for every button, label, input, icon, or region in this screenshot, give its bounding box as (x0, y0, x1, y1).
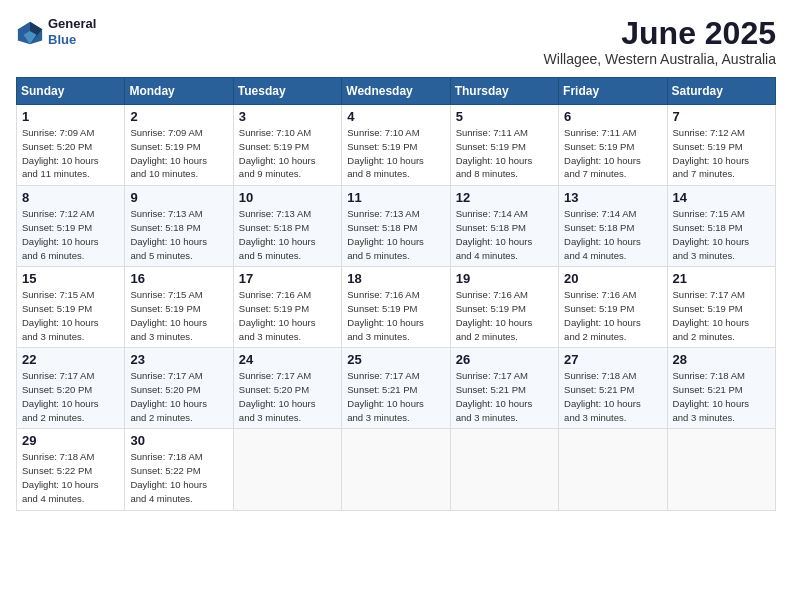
day-cell: 1Sunrise: 7:09 AM Sunset: 5:20 PM Daylig… (17, 105, 125, 186)
day-cell: 8Sunrise: 7:12 AM Sunset: 5:19 PM Daylig… (17, 186, 125, 267)
day-cell: 11Sunrise: 7:13 AM Sunset: 5:18 PM Dayli… (342, 186, 450, 267)
weekday-header-thursday: Thursday (450, 78, 558, 105)
day-cell: 29Sunrise: 7:18 AM Sunset: 5:22 PM Dayli… (17, 429, 125, 510)
week-row-1: 1Sunrise: 7:09 AM Sunset: 5:20 PM Daylig… (17, 105, 776, 186)
day-info: Sunrise: 7:16 AM Sunset: 5:19 PM Dayligh… (347, 288, 444, 343)
day-cell: 25Sunrise: 7:17 AM Sunset: 5:21 PM Dayli… (342, 348, 450, 429)
day-number: 14 (673, 190, 770, 205)
logo-icon (16, 18, 44, 46)
day-cell: 23Sunrise: 7:17 AM Sunset: 5:20 PM Dayli… (125, 348, 233, 429)
day-cell: 4Sunrise: 7:10 AM Sunset: 5:19 PM Daylig… (342, 105, 450, 186)
day-info: Sunrise: 7:10 AM Sunset: 5:19 PM Dayligh… (347, 126, 444, 181)
day-cell: 6Sunrise: 7:11 AM Sunset: 5:19 PM Daylig… (559, 105, 667, 186)
day-info: Sunrise: 7:11 AM Sunset: 5:19 PM Dayligh… (456, 126, 553, 181)
weekday-header-monday: Monday (125, 78, 233, 105)
weekday-header-sunday: Sunday (17, 78, 125, 105)
day-number: 28 (673, 352, 770, 367)
day-info: Sunrise: 7:15 AM Sunset: 5:18 PM Dayligh… (673, 207, 770, 262)
day-info: Sunrise: 7:09 AM Sunset: 5:19 PM Dayligh… (130, 126, 227, 181)
day-cell: 5Sunrise: 7:11 AM Sunset: 5:19 PM Daylig… (450, 105, 558, 186)
day-cell: 30Sunrise: 7:18 AM Sunset: 5:22 PM Dayli… (125, 429, 233, 510)
day-cell: 20Sunrise: 7:16 AM Sunset: 5:19 PM Dayli… (559, 267, 667, 348)
day-number: 20 (564, 271, 661, 286)
day-number: 26 (456, 352, 553, 367)
weekday-header-tuesday: Tuesday (233, 78, 341, 105)
day-cell: 28Sunrise: 7:18 AM Sunset: 5:21 PM Dayli… (667, 348, 775, 429)
weekday-header-saturday: Saturday (667, 78, 775, 105)
day-cell: 27Sunrise: 7:18 AM Sunset: 5:21 PM Dayli… (559, 348, 667, 429)
day-info: Sunrise: 7:12 AM Sunset: 5:19 PM Dayligh… (673, 126, 770, 181)
day-info: Sunrise: 7:16 AM Sunset: 5:19 PM Dayligh… (564, 288, 661, 343)
week-row-4: 22Sunrise: 7:17 AM Sunset: 5:20 PM Dayli… (17, 348, 776, 429)
day-cell: 10Sunrise: 7:13 AM Sunset: 5:18 PM Dayli… (233, 186, 341, 267)
day-cell: 7Sunrise: 7:12 AM Sunset: 5:19 PM Daylig… (667, 105, 775, 186)
day-cell (667, 429, 775, 510)
day-cell: 2Sunrise: 7:09 AM Sunset: 5:19 PM Daylig… (125, 105, 233, 186)
day-number: 25 (347, 352, 444, 367)
day-cell (450, 429, 558, 510)
day-cell: 9Sunrise: 7:13 AM Sunset: 5:18 PM Daylig… (125, 186, 233, 267)
day-number: 27 (564, 352, 661, 367)
day-cell: 15Sunrise: 7:15 AM Sunset: 5:19 PM Dayli… (17, 267, 125, 348)
weekday-header-wednesday: Wednesday (342, 78, 450, 105)
day-info: Sunrise: 7:10 AM Sunset: 5:19 PM Dayligh… (239, 126, 336, 181)
day-number: 22 (22, 352, 119, 367)
day-number: 30 (130, 433, 227, 448)
day-info: Sunrise: 7:17 AM Sunset: 5:19 PM Dayligh… (673, 288, 770, 343)
week-row-5: 29Sunrise: 7:18 AM Sunset: 5:22 PM Dayli… (17, 429, 776, 510)
logo-text: General Blue (48, 16, 96, 47)
day-info: Sunrise: 7:17 AM Sunset: 5:21 PM Dayligh… (347, 369, 444, 424)
day-cell (559, 429, 667, 510)
week-row-2: 8Sunrise: 7:12 AM Sunset: 5:19 PM Daylig… (17, 186, 776, 267)
title-area: June 2025 Willagee, Western Australia, A… (544, 16, 776, 67)
location-title: Willagee, Western Australia, Australia (544, 51, 776, 67)
day-number: 4 (347, 109, 444, 124)
day-info: Sunrise: 7:14 AM Sunset: 5:18 PM Dayligh… (456, 207, 553, 262)
day-cell: 19Sunrise: 7:16 AM Sunset: 5:19 PM Dayli… (450, 267, 558, 348)
logo-general: General (48, 16, 96, 32)
day-info: Sunrise: 7:13 AM Sunset: 5:18 PM Dayligh… (347, 207, 444, 262)
day-cell: 24Sunrise: 7:17 AM Sunset: 5:20 PM Dayli… (233, 348, 341, 429)
weekday-header-friday: Friday (559, 78, 667, 105)
day-info: Sunrise: 7:18 AM Sunset: 5:21 PM Dayligh… (673, 369, 770, 424)
day-cell: 3Sunrise: 7:10 AM Sunset: 5:19 PM Daylig… (233, 105, 341, 186)
day-number: 5 (456, 109, 553, 124)
day-info: Sunrise: 7:13 AM Sunset: 5:18 PM Dayligh… (130, 207, 227, 262)
day-info: Sunrise: 7:17 AM Sunset: 5:20 PM Dayligh… (130, 369, 227, 424)
day-number: 2 (130, 109, 227, 124)
day-number: 3 (239, 109, 336, 124)
day-number: 15 (22, 271, 119, 286)
day-cell: 13Sunrise: 7:14 AM Sunset: 5:18 PM Dayli… (559, 186, 667, 267)
day-info: Sunrise: 7:17 AM Sunset: 5:20 PM Dayligh… (22, 369, 119, 424)
day-number: 18 (347, 271, 444, 286)
day-number: 1 (22, 109, 119, 124)
day-info: Sunrise: 7:12 AM Sunset: 5:19 PM Dayligh… (22, 207, 119, 262)
header: General Blue June 2025 Willagee, Western… (16, 16, 776, 67)
day-cell: 21Sunrise: 7:17 AM Sunset: 5:19 PM Dayli… (667, 267, 775, 348)
day-cell: 16Sunrise: 7:15 AM Sunset: 5:19 PM Dayli… (125, 267, 233, 348)
day-number: 17 (239, 271, 336, 286)
day-number: 6 (564, 109, 661, 124)
day-number: 13 (564, 190, 661, 205)
month-title: June 2025 (544, 16, 776, 51)
day-info: Sunrise: 7:17 AM Sunset: 5:21 PM Dayligh… (456, 369, 553, 424)
day-info: Sunrise: 7:18 AM Sunset: 5:22 PM Dayligh… (130, 450, 227, 505)
day-number: 10 (239, 190, 336, 205)
logo-blue: Blue (48, 32, 96, 48)
day-cell: 26Sunrise: 7:17 AM Sunset: 5:21 PM Dayli… (450, 348, 558, 429)
week-row-3: 15Sunrise: 7:15 AM Sunset: 5:19 PM Dayli… (17, 267, 776, 348)
day-info: Sunrise: 7:16 AM Sunset: 5:19 PM Dayligh… (456, 288, 553, 343)
day-cell: 14Sunrise: 7:15 AM Sunset: 5:18 PM Dayli… (667, 186, 775, 267)
day-number: 24 (239, 352, 336, 367)
day-number: 11 (347, 190, 444, 205)
day-cell: 18Sunrise: 7:16 AM Sunset: 5:19 PM Dayli… (342, 267, 450, 348)
day-number: 7 (673, 109, 770, 124)
day-info: Sunrise: 7:15 AM Sunset: 5:19 PM Dayligh… (22, 288, 119, 343)
weekday-header-row: SundayMondayTuesdayWednesdayThursdayFrid… (17, 78, 776, 105)
day-number: 21 (673, 271, 770, 286)
day-info: Sunrise: 7:13 AM Sunset: 5:18 PM Dayligh… (239, 207, 336, 262)
day-info: Sunrise: 7:11 AM Sunset: 5:19 PM Dayligh… (564, 126, 661, 181)
day-cell: 12Sunrise: 7:14 AM Sunset: 5:18 PM Dayli… (450, 186, 558, 267)
day-info: Sunrise: 7:18 AM Sunset: 5:22 PM Dayligh… (22, 450, 119, 505)
day-info: Sunrise: 7:09 AM Sunset: 5:20 PM Dayligh… (22, 126, 119, 181)
